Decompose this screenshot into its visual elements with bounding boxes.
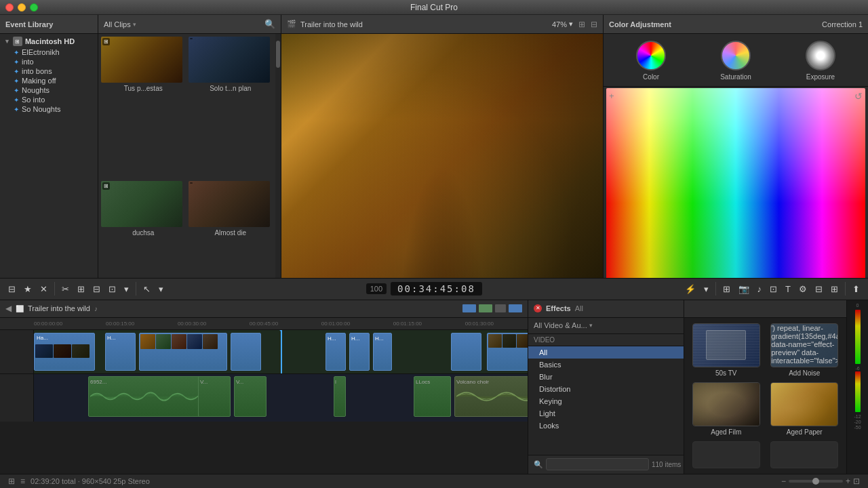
sidebar-item-noughts[interactable]: ✦ Noughts bbox=[0, 85, 98, 95]
sidebar-item-into-bons[interactable]: ✦ into bons bbox=[0, 66, 98, 76]
plus-button[interactable]: + bbox=[609, 91, 614, 101]
sidebar-item-so-noughts[interactable]: ✦ So Noughts bbox=[0, 104, 98, 114]
transform-button[interactable]: ⊟ bbox=[812, 283, 825, 296]
connect-button[interactable]: ⊞ bbox=[75, 283, 87, 296]
zoom-in-button[interactable]: + bbox=[846, 476, 850, 486]
select-dropdown[interactable]: ▾ bbox=[156, 283, 166, 296]
star-icon: ✦ bbox=[14, 49, 19, 56]
sidebar-item-into[interactable]: ✦ into bbox=[0, 57, 98, 66]
trim-button[interactable]: ✂ bbox=[59, 283, 72, 296]
clip-block[interactable] bbox=[139, 333, 227, 371]
sidebar-item-so-into[interactable]: ✦ So into bbox=[0, 95, 98, 104]
timeline-view-button[interactable]: ⊞ bbox=[8, 476, 15, 486]
effects-category-blur[interactable]: Blur bbox=[528, 371, 684, 383]
keying-button[interactable]: ⊞ bbox=[828, 283, 841, 296]
clips-header-title: All Clips ▾ bbox=[104, 20, 136, 28]
undo-button[interactable]: ↺ bbox=[854, 91, 863, 102]
effects-category-basics[interactable]: Basics bbox=[528, 359, 684, 371]
waveform bbox=[456, 385, 528, 409]
traffic-lights[interactable] bbox=[5, 3, 38, 12]
dropdown-arrow-icon[interactable]: ▾ bbox=[133, 21, 136, 28]
effect-thumb-extra1[interactable] bbox=[690, 441, 763, 468]
effects-category-keying[interactable]: Keying bbox=[528, 395, 684, 407]
audio-block[interactable]: I bbox=[334, 376, 346, 417]
snap-button[interactable] bbox=[509, 304, 522, 312]
effect-thumb-50s-tv[interactable]: 50s TV bbox=[690, 323, 763, 377]
clip-item[interactable]: ⊞ Tus p...estas bbox=[101, 37, 186, 178]
audio-block[interactable]: V... bbox=[234, 376, 267, 417]
overwrite-button[interactable]: ▾ bbox=[121, 283, 132, 296]
clip-block[interactable]: H... bbox=[373, 333, 392, 371]
minimize-button[interactable] bbox=[18, 3, 26, 12]
clip-block[interactable] bbox=[231, 333, 261, 371]
clip-block[interactable] bbox=[451, 333, 481, 371]
blade-dropdown[interactable]: ▾ bbox=[701, 283, 711, 296]
clip-item[interactable]: Solo t...n plan bbox=[189, 37, 273, 178]
clip-block[interactable]: H... bbox=[105, 333, 136, 371]
effects-close-icon[interactable]: ✕ bbox=[534, 304, 542, 312]
fit-timeline-button[interactable]: ⊡ bbox=[853, 476, 860, 486]
exposure-icon bbox=[806, 41, 835, 70]
sidebar-item-electronikh[interactable]: ✦ ElEctronikh bbox=[0, 47, 98, 57]
timeline-list-button[interactable]: ≡ bbox=[20, 476, 25, 486]
audio-block[interactable]: Volcano choir bbox=[454, 376, 528, 417]
favorite-button[interactable]: ★ bbox=[21, 283, 35, 296]
viewer-icon: 🎬 bbox=[287, 20, 296, 28]
effect-thumb-add-noise[interactable]: ') repeat, linear-gradient(135deg,#4a5a6… bbox=[768, 323, 842, 377]
effect-thumb-aged-film[interactable]: Aged Film bbox=[690, 382, 763, 436]
clip-block[interactable]: H... bbox=[349, 333, 370, 371]
append-button[interactable]: ⊡ bbox=[106, 283, 119, 296]
vu-label-neg12: -12 bbox=[854, 414, 861, 419]
mini-thumb bbox=[488, 334, 502, 348]
sidebar-item-making-off[interactable]: ✦ Making off bbox=[0, 76, 98, 85]
music-button[interactable]: ♪ bbox=[755, 283, 765, 296]
close-button[interactable] bbox=[5, 3, 14, 12]
effects-button[interactable]: ⊡ bbox=[767, 283, 780, 296]
color-tools-row: Color Saturation Exposure bbox=[604, 34, 868, 87]
search-button[interactable]: 🔍 bbox=[264, 19, 275, 29]
generators-button[interactable]: ⚙ bbox=[796, 283, 810, 296]
timeline-back-button[interactable]: ◀ bbox=[5, 304, 12, 313]
macintosh-hd-header[interactable]: ▼ ⊞ Macintosh HD bbox=[0, 35, 98, 47]
zoom-out-button[interactable]: − bbox=[781, 476, 786, 486]
zoom-slider[interactable] bbox=[789, 480, 843, 483]
photo-button[interactable]: 📷 bbox=[736, 283, 752, 296]
viewer-layout-button[interactable]: ⊞ bbox=[578, 20, 585, 29]
effect-visual bbox=[706, 330, 746, 360]
effect-preview bbox=[693, 324, 760, 367]
send-to-back-button[interactable]: ⊟ bbox=[5, 283, 18, 296]
audio-block[interactable]: V... bbox=[198, 376, 231, 417]
scrollbar-thumb[interactable] bbox=[276, 41, 280, 68]
clip-thumbnail: ⊞ bbox=[101, 181, 182, 227]
video-category-label: VIDEO bbox=[534, 336, 555, 344]
color-tool-saturation[interactable]: Saturation bbox=[720, 41, 751, 81]
mini-thumb bbox=[140, 334, 155, 349]
viewer-options-button[interactable]: ⊟ bbox=[591, 20, 597, 29]
color-tool-color[interactable]: Color bbox=[636, 41, 666, 81]
effects-category-looks[interactable]: Looks bbox=[528, 420, 684, 432]
clip-block[interactable]: H... bbox=[326, 333, 346, 371]
clip-block-label: H... bbox=[374, 334, 384, 343]
timeline-project-icon: ⬜ bbox=[16, 305, 24, 312]
audio-block[interactable]: LLocs bbox=[414, 376, 451, 417]
clip-block[interactable]: Ha... bbox=[34, 333, 95, 371]
share-button[interactable]: ⬆ bbox=[850, 283, 863, 296]
skimmer-button[interactable] bbox=[495, 304, 506, 312]
clip-appearance[interactable]: ⊞ bbox=[720, 283, 733, 296]
effects-category-distortion[interactable]: Distortion bbox=[528, 383, 684, 395]
effects-category-light[interactable]: Light bbox=[528, 407, 684, 420]
titles-button[interactable]: T bbox=[783, 283, 793, 296]
reject-button[interactable]: ✕ bbox=[37, 283, 50, 296]
effects-search-input[interactable] bbox=[546, 458, 649, 470]
blade-tool[interactable]: ⚡ bbox=[682, 283, 698, 296]
select-tool[interactable]: ↖ bbox=[140, 283, 153, 296]
clip-block[interactable] bbox=[487, 333, 528, 371]
effects-category-all[interactable]: All bbox=[528, 346, 684, 359]
maximize-button[interactable] bbox=[30, 3, 38, 12]
zoom-thumb[interactable] bbox=[812, 478, 819, 485]
color-tool-exposure[interactable]: Exposure bbox=[806, 41, 835, 81]
insert-button[interactable]: ⊟ bbox=[90, 283, 103, 296]
effect-thumb-aged-paper[interactable]: Aged Paper bbox=[768, 382, 842, 436]
effect-thumb-extra2[interactable] bbox=[768, 441, 842, 468]
effects-filter[interactable]: All Video & Au... ▾ bbox=[528, 318, 684, 334]
